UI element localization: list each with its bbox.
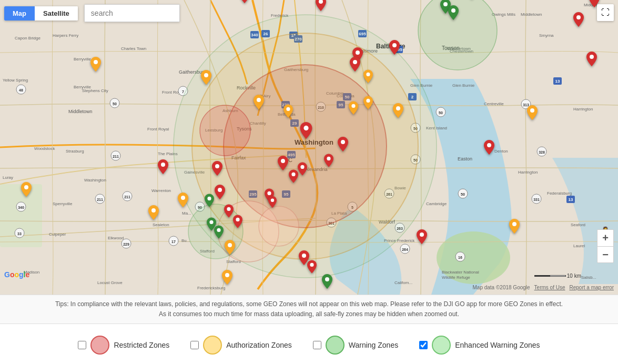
search-input[interactable] [85, 5, 179, 22]
zoom-out-button[interactable]: − [597, 246, 614, 263]
warning-checkbox[interactable] [313, 341, 321, 349]
svg-text:Culpeper: Culpeper [49, 232, 66, 237]
map-pin-yellow[interactable] [363, 69, 373, 85]
svg-text:Californ...: Californ... [394, 280, 412, 285]
map-pin-yellow[interactable] [178, 193, 188, 209]
svg-text:211: 211 [113, 155, 119, 158]
map-pin-red[interactable] [586, 52, 597, 68]
svg-point-194 [257, 98, 261, 102]
map-pin-green[interactable] [214, 225, 224, 241]
svg-point-182 [218, 188, 222, 192]
map-pin-red[interactable] [278, 156, 288, 173]
svg-text:Blackwater National: Blackwater National [442, 270, 479, 275]
svg-text:Wildlife Refuge: Wildlife Refuge [442, 275, 470, 280]
map-pin-yellow[interactable] [254, 95, 264, 112]
fullscreen-button[interactable]: ⛶ [597, 4, 614, 21]
map-pin-yellow[interactable] [393, 103, 403, 120]
map-pin-red[interactable] [215, 185, 225, 201]
legend-item-warning: Warning Zones [313, 336, 398, 355]
svg-text:331: 331 [533, 198, 540, 201]
map-pin-green[interactable] [322, 274, 332, 291]
map-pin-red[interactable] [300, 122, 312, 141]
map-pin-red[interactable] [316, 0, 326, 13]
map-pin-red[interactable] [324, 154, 333, 169]
restricted-checkbox[interactable] [78, 341, 86, 349]
map-pin-green[interactable] [448, 5, 459, 22]
map-pin-red[interactable] [307, 260, 317, 276]
terms-link[interactable]: Terms of Use [534, 285, 565, 290]
map-pin-yellow[interactable] [349, 101, 358, 117]
map-pin-yellow[interactable] [222, 270, 232, 287]
map-pin-yellow[interactable] [148, 205, 159, 222]
svg-text:Stephens City: Stephens City [82, 88, 108, 93]
svg-text:328: 328 [539, 150, 545, 154]
svg-text:Centreville: Centreville [484, 102, 504, 106]
svg-text:50: 50 [461, 193, 465, 196]
enhanced-warning-icon [432, 336, 451, 355]
map-pin-red[interactable] [289, 169, 298, 185]
svg-point-165 [259, 206, 299, 246]
map-button[interactable]: Map [4, 6, 35, 21]
map-pin-red[interactable] [298, 162, 307, 178]
svg-point-192 [94, 60, 98, 64]
map-pin-red[interactable] [573, 12, 584, 29]
svg-text:Sperryville: Sperryville [53, 201, 73, 206]
tips-line2: As it consumes too much time for mass da… [8, 309, 610, 319]
svg-text:Charles Town: Charles Town [121, 46, 146, 51]
authorization-icon [203, 336, 222, 355]
svg-text:48: 48 [19, 88, 23, 92]
svg-text:Bu...: Bu... [181, 238, 190, 243]
svg-text:264: 264 [402, 248, 408, 251]
svg-point-175 [341, 140, 345, 144]
map-pin-red[interactable] [338, 137, 348, 154]
map-pin-yellow[interactable] [21, 182, 32, 199]
svg-text:13: 13 [555, 79, 560, 84]
legend-item-enhanced-warning: Enhanced Warning Zones [419, 336, 540, 355]
map-pin-green[interactable] [205, 194, 214, 209]
map-pin-red[interactable] [158, 159, 168, 176]
legend-item-authorization: Authorization Zones [190, 336, 292, 355]
map-pin-yellow[interactable] [527, 105, 538, 122]
map-pin-red[interactable] [233, 215, 242, 230]
satellite-button[interactable]: Satellite [35, 6, 78, 21]
map-pin-yellow[interactable] [363, 96, 373, 112]
enhanced-warning-checkbox[interactable] [419, 341, 428, 349]
svg-point-184 [236, 218, 239, 221]
zoom-in-button[interactable]: + [597, 229, 614, 246]
svg-text:7: 7 [182, 90, 184, 94]
svg-point-179 [327, 157, 330, 160]
map-pin-yellow[interactable] [225, 240, 235, 257]
svg-point-183 [227, 207, 230, 211]
map-pin-red[interactable] [484, 140, 494, 157]
report-link[interactable]: Report a map error [570, 285, 614, 290]
svg-text:211: 211 [97, 198, 103, 201]
search-box[interactable] [84, 4, 180, 22]
svg-text:Owings Mills: Owings Mills [492, 12, 515, 17]
svg-text:Harrington: Harrington [518, 170, 538, 175]
svg-point-181 [215, 164, 219, 168]
svg-text:Ma...: Ma... [182, 211, 191, 216]
map-pin-red[interactable] [389, 40, 400, 57]
map-pin-red[interactable] [268, 196, 277, 210]
svg-text:Woodstock: Woodstock [34, 146, 55, 151]
map-type-toggle: Map Satellite [4, 6, 78, 21]
svg-point-174 [303, 126, 308, 130]
map-pin-yellow[interactable] [201, 70, 211, 87]
map-pin-yellow[interactable] [283, 104, 293, 120]
authorization-checkbox[interactable] [190, 341, 199, 349]
map-pin-red[interactable] [212, 161, 222, 178]
svg-point-212 [217, 228, 220, 232]
map-pin-red[interactable] [239, 0, 250, 5]
map-pin-green[interactable] [467, 0, 477, 2]
svg-text:Strasburg: Strasburg [66, 149, 84, 154]
svg-point-170 [392, 43, 397, 47]
svg-point-176 [281, 159, 285, 163]
map-pin-red[interactable] [350, 57, 360, 74]
map-pin-yellow[interactable] [90, 57, 101, 74]
map-pin-red[interactable] [224, 204, 234, 220]
svg-text:Denton: Denton [494, 149, 508, 154]
svg-point-171 [356, 50, 360, 55]
map-pin-red[interactable] [417, 229, 427, 246]
map-pin-yellow[interactable] [509, 219, 520, 236]
svg-text:Alexandria: Alexandria [295, 0, 317, 1]
